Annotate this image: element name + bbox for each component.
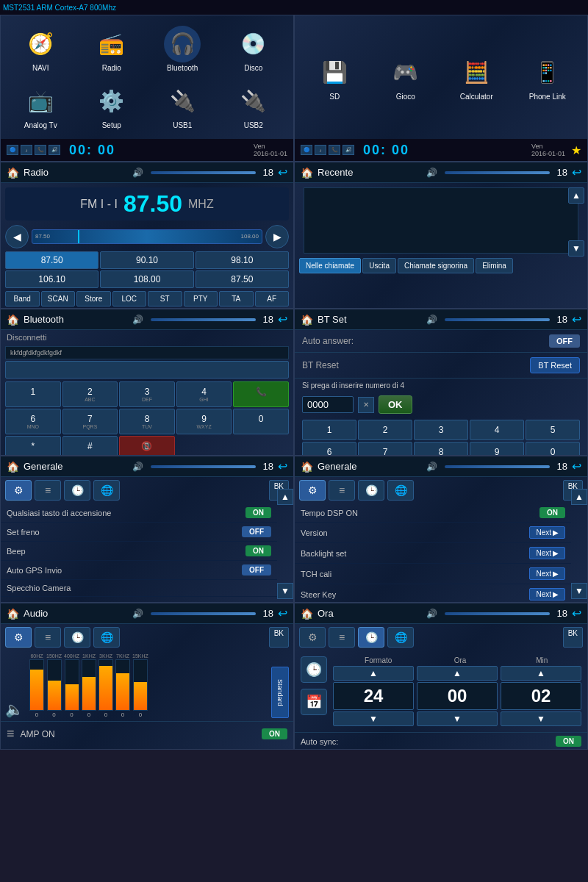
ctrl-pty[interactable]: PTY <box>184 291 218 306</box>
eq-track-1khz[interactable] <box>82 659 96 711</box>
btset-vol-bar[interactable] <box>445 318 549 321</box>
gen1-tab-settings[interactable]: ⚙ <box>5 480 32 501</box>
gen1-toggle-2[interactable]: ON <box>245 545 271 556</box>
app-bluetooth[interactable]: 🎧 Bluetooth <box>148 21 217 76</box>
seek-prev-btn[interactable]: ◀ <box>5 225 29 248</box>
btset-num-3[interactable]: 3 <box>414 420 468 440</box>
recente-vol-icon[interactable]: 🔊 <box>426 168 437 178</box>
ora-tab-globe[interactable]: 🌐 <box>387 627 414 648</box>
gen1-toggle-0[interactable]: ON <box>245 507 271 518</box>
btset-back-icon[interactable]: ↩ <box>572 312 581 326</box>
ora-ora-up[interactable]: ▲ <box>417 666 498 681</box>
eq-track-400hz[interactable] <box>65 659 79 711</box>
gen1-vol-bar[interactable] <box>151 465 255 468</box>
numpad-hash[interactable]: # <box>62 436 118 456</box>
gen2-tab-globe[interactable]: 🌐 <box>387 480 414 501</box>
ora-formato-up[interactable]: ▲ <box>333 666 414 681</box>
eq-track-150hz[interactable] <box>47 659 62 711</box>
eq-track-3khz[interactable] <box>98 659 113 711</box>
scroll-up-btn[interactable]: ▲ <box>568 187 584 204</box>
gen2-back-icon[interactable]: ↩ <box>572 459 581 473</box>
gen1-back-icon[interactable]: ↩ <box>278 459 287 473</box>
gen2-next-3[interactable]: Next ▶ <box>529 567 565 580</box>
app-navi[interactable]: 🧭 NAVI <box>7 21 75 76</box>
preset-3[interactable]: 98.10 <box>196 251 289 269</box>
numpad-9[interactable]: 9WXYZ <box>176 409 232 434</box>
audio-vol-icon[interactable]: 🔊 <box>132 609 143 619</box>
app-disco[interactable]: 💿 Disco <box>220 21 288 76</box>
bt-back-icon[interactable]: ↩ <box>278 312 287 326</box>
btset-pin-clear[interactable]: ✕ <box>358 397 374 413</box>
ora-tab-settings[interactable]: ⚙ <box>299 627 326 648</box>
gen1-home-icon[interactable]: 🏠 <box>7 461 19 473</box>
audio-home-icon[interactable]: 🏠 <box>7 608 19 620</box>
seek-track[interactable]: 87.50 108.00 <box>32 229 262 244</box>
numpad-endcall[interactable]: 📵 <box>119 436 175 456</box>
gen1-tab-globe[interactable]: 🌐 <box>93 480 120 501</box>
bt-vol-icon[interactable]: 🔊 <box>132 315 143 325</box>
gen1-toggle-3[interactable]: OFF <box>242 564 271 576</box>
ora-vol-icon[interactable]: 🔊 <box>426 609 437 619</box>
ora-min-up[interactable]: ▲ <box>501 666 581 681</box>
ora-tab-clock[interactable]: 🕒 <box>358 627 384 648</box>
gen1-vol-icon[interactable]: 🔊 <box>132 462 143 472</box>
gen1-toggle-1[interactable]: OFF <box>242 526 271 537</box>
ctrl-ta[interactable]: TA <box>219 291 254 306</box>
eq-track-15khz[interactable] <box>133 659 148 711</box>
app-calculator[interactable]: 🧮 Calculator <box>442 21 511 133</box>
app-radio[interactable]: 📻 Radio <box>78 21 146 76</box>
preset-1[interactable]: 87.50 <box>5 251 98 269</box>
numpad-3[interactable]: 3DEF <box>119 381 175 407</box>
ctrl-af[interactable]: AF <box>255 291 290 306</box>
gen2-tab-settings[interactable]: ⚙ <box>299 480 326 501</box>
app-analogtv[interactable]: 📺 Analog Tv <box>7 79 75 133</box>
gen2-next-2[interactable]: Next ▶ <box>529 547 565 559</box>
gen1-tab-clock[interactable]: 🕒 <box>64 480 90 501</box>
ora-clock-icon-btn[interactable]: 🕒 <box>301 656 327 683</box>
gen2-home-icon[interactable]: 🏠 <box>301 461 313 473</box>
ctrl-loc[interactable]: LOC <box>112 291 147 306</box>
tab-nelle-chiamate[interactable]: Nelle chiamate <box>299 258 361 273</box>
preset-2[interactable]: 90.10 <box>100 251 193 269</box>
preset-6[interactable]: 87.50 <box>196 270 289 288</box>
btset-num-2[interactable]: 2 <box>358 420 412 440</box>
ora-tab-eq[interactable]: ≡ <box>329 627 355 648</box>
ora-tab-bk[interactable]: BK <box>563 627 583 648</box>
numpad-8[interactable]: 8TUV <box>119 409 175 434</box>
seek-next-btn[interactable]: ▶ <box>265 225 289 248</box>
app-phonelink[interactable]: 📱 Phone Link <box>514 21 582 133</box>
app-sd[interactable]: 💾 SD <box>301 21 369 133</box>
bt-vol-bar[interactable] <box>151 318 255 321</box>
btset-num-1[interactable]: 1 <box>302 420 356 440</box>
numpad-call[interactable]: 📞 <box>233 381 289 407</box>
ctrl-band[interactable]: Band <box>5 291 40 306</box>
app-setup[interactable]: ⚙️ Setup <box>78 79 146 133</box>
ctrl-st[interactable]: ST <box>148 291 182 306</box>
btset-num-0[interactable]: 0 <box>526 442 580 456</box>
btset-num-8[interactable]: 8 <box>414 442 468 456</box>
gen1-tab-eq[interactable]: ≡ <box>35 480 61 501</box>
audio-tab-eq[interactable]: ≡ <box>35 627 61 648</box>
tab-uscita[interactable]: Uscita <box>362 258 396 273</box>
btset-num-9[interactable]: 9 <box>470 442 524 456</box>
app-usb1[interactable]: 🔌 USB1 <box>148 79 217 133</box>
btset-pin-input[interactable] <box>302 396 354 413</box>
amp-toggle[interactable]: ON <box>262 728 287 739</box>
gen2-toggle-0[interactable]: ON <box>539 507 565 518</box>
ctrl-scan[interactable]: SCAN <box>41 291 76 306</box>
ora-sync-toggle[interactable]: ON <box>556 736 581 747</box>
preset-5[interactable]: 108.00 <box>100 270 193 288</box>
eq-track-60hz[interactable] <box>29 659 44 711</box>
numpad-2[interactable]: 2ABC <box>62 381 118 407</box>
gen1-scroll-down[interactable]: ▼ <box>277 583 293 599</box>
numpad-1[interactable]: 1 <box>5 381 61 407</box>
gen2-vol-icon[interactable]: 🔊 <box>426 462 437 472</box>
app-usb2[interactable]: 🔌 USB2 <box>220 79 288 133</box>
btset-num-4[interactable]: 4 <box>470 420 524 440</box>
app-gioco[interactable]: 🎮 Gioco <box>372 21 440 133</box>
btset-home-icon[interactable]: 🏠 <box>301 314 313 326</box>
recente-vol-bar[interactable] <box>445 171 549 174</box>
recente-home-icon[interactable]: 🏠 <box>301 167 313 179</box>
audio-tab-settings[interactable]: ⚙ <box>5 627 32 648</box>
gen2-vol-bar[interactable] <box>445 465 549 468</box>
